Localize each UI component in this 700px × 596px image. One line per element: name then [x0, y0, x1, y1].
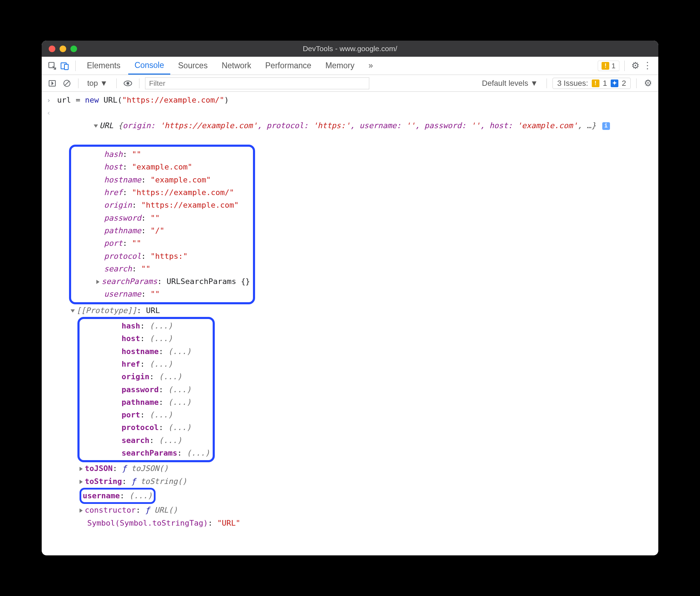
tab-console[interactable]: Console: [128, 57, 170, 75]
inspect-element-icon[interactable]: [47, 60, 58, 71]
proto-constructor[interactable]: constructor: ƒ URL(): [47, 504, 653, 517]
chevron-down-icon: ▼: [530, 79, 538, 88]
proto-search[interactable]: search: (...): [82, 434, 210, 447]
proto-origin[interactable]: origin: (...): [82, 370, 210, 383]
prop-href[interactable]: href: "https://example.com/": [74, 186, 250, 199]
show-sidebar-icon[interactable]: [47, 78, 58, 89]
proto-host[interactable]: host: (...): [82, 332, 210, 345]
clear-console-icon[interactable]: [61, 78, 73, 89]
prop-username[interactable]: username: "": [74, 288, 250, 300]
svg-rect-2: [64, 64, 68, 69]
proto-port[interactable]: port: (...): [82, 409, 210, 421]
proto-symbol[interactable]: Symbol(Symbol.toStringTag): "URL": [47, 517, 653, 529]
prop-origin[interactable]: origin: "https://example.com": [74, 199, 250, 212]
proto-pathname[interactable]: pathname: (...): [82, 396, 210, 409]
console-toolbar: top ▼ Default levels ▼ 3 Issues: ! 1 ✦ 2…: [42, 75, 658, 92]
proto-tostring[interactable]: toString: ƒ toString(): [47, 475, 653, 488]
proto-tojson[interactable]: toJSON: ƒ toJSON(): [47, 462, 653, 475]
proto-searchparams[interactable]: searchParams: (...): [82, 447, 210, 459]
context-label: top: [87, 79, 98, 88]
console-output-summary[interactable]: URL {origin: 'https://example.com', prot…: [57, 106, 610, 145]
context-selector[interactable]: top ▼: [84, 78, 111, 89]
expand-toggle-icon[interactable]: [80, 467, 83, 471]
expand-toggle-icon[interactable]: [71, 309, 75, 312]
proto-username[interactable]: username: (...): [83, 491, 152, 500]
tab-sources[interactable]: Sources: [172, 57, 214, 75]
warnings-count: 1: [611, 62, 616, 70]
prop-pathname[interactable]: pathname: "/": [74, 224, 250, 237]
log-levels-selector[interactable]: Default levels ▼: [479, 78, 541, 89]
prop-protocol[interactable]: protocol: "https:": [74, 250, 250, 263]
devtools-tabbar: Elements Console Sources Network Perform…: [42, 57, 658, 75]
tab-performance[interactable]: Performance: [259, 57, 318, 75]
filter-input[interactable]: [145, 77, 369, 89]
chevron-down-icon: ▼: [100, 79, 108, 88]
warning-icon: !: [592, 79, 599, 87]
prototype-row[interactable]: [[Prototype]]: URL: [47, 304, 653, 317]
message-icon: ✦: [611, 79, 618, 87]
prop-hostname[interactable]: hostname: "example.com": [74, 174, 250, 186]
window-title: DevTools - www.google.com/: [42, 44, 658, 53]
info-icon[interactable]: i: [602, 122, 610, 130]
proto-username-highlight: username: (...): [80, 488, 156, 504]
prop-search[interactable]: search: "": [74, 263, 250, 275]
warnings-badge[interactable]: ! 1: [598, 61, 619, 71]
tab-network[interactable]: Network: [215, 57, 258, 75]
console-settings-button[interactable]: ⚙: [642, 78, 653, 89]
titlebar: DevTools - www.google.com/: [42, 41, 658, 57]
tab-more[interactable]: »: [362, 57, 379, 75]
issues-msg-count: 2: [622, 79, 626, 88]
tab-memory[interactable]: Memory: [319, 57, 361, 75]
own-properties-highlight: hash: "" host: "example.com" hostname: "…: [69, 145, 255, 304]
input-chevron-icon: ›: [47, 94, 54, 106]
prop-host[interactable]: host: "example.com": [74, 161, 250, 173]
prop-port[interactable]: port: "": [74, 237, 250, 250]
proto-hostname[interactable]: hostname: (...): [82, 345, 210, 358]
console-output-row: ‹ URL {origin: 'https://example.com', pr…: [47, 106, 653, 145]
settings-button[interactable]: ⚙: [630, 60, 641, 71]
warning-icon: !: [602, 62, 609, 70]
expand-toggle-icon[interactable]: [96, 280, 99, 284]
proto-password[interactable]: password: (...): [82, 383, 210, 396]
console-body[interactable]: › url = new URL("https://example.com/") …: [42, 92, 658, 555]
output-chevron-icon: ‹: [47, 106, 54, 119]
prop-password[interactable]: password: "": [74, 212, 250, 224]
console-input-row: › url = new URL("https://example.com/"): [47, 94, 653, 106]
prop-hash[interactable]: hash: "": [74, 148, 250, 161]
svg-point-6: [127, 82, 129, 84]
live-expression-icon[interactable]: [122, 78, 133, 89]
proto-href[interactable]: href: (...): [82, 358, 210, 370]
kebab-menu-button[interactable]: ⋮: [642, 60, 653, 71]
device-toolbar-icon[interactable]: [59, 60, 70, 71]
console-input-code: url = new URL("https://example.com/"): [57, 94, 229, 106]
devtools-window: DevTools - www.google.com/ Elements Cons…: [42, 41, 658, 555]
expand-toggle-icon[interactable]: [94, 124, 98, 127]
prop-searchparams[interactable]: searchParams: URLSearchParams {}: [74, 275, 250, 288]
issues-badge[interactable]: 3 Issues: ! 1 ✦ 2: [553, 78, 631, 89]
proto-username-wrapper: username: (...): [47, 488, 653, 504]
levels-label: Default levels: [482, 79, 528, 88]
expand-toggle-icon[interactable]: [80, 480, 83, 484]
tab-elements[interactable]: Elements: [81, 57, 127, 75]
expand-toggle-icon[interactable]: [80, 508, 83, 513]
proto-protocol[interactable]: protocol: (...): [82, 421, 210, 434]
issues-warn-count: 1: [603, 79, 607, 88]
issues-label: 3 Issues:: [557, 79, 588, 88]
prototype-getters-highlight: hash: (...) host: (...) hostname: (...) …: [77, 317, 215, 462]
proto-hash[interactable]: hash: (...): [82, 320, 210, 332]
